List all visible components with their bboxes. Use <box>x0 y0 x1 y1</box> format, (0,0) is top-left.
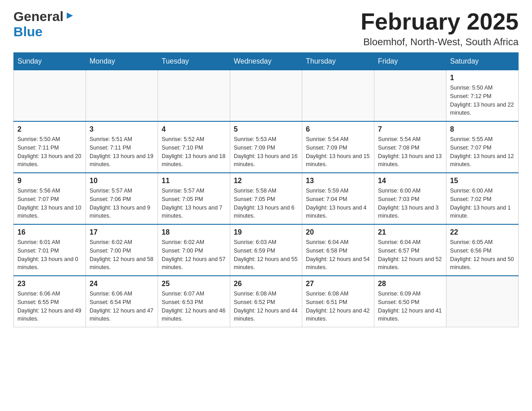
day-number: 20 <box>306 228 370 236</box>
day-number: 28 <box>378 280 442 288</box>
day-info: Sunrise: 6:04 AMSunset: 6:57 PMDaylight:… <box>378 238 442 272</box>
calendar-header-tuesday: Tuesday <box>158 53 230 70</box>
calendar-cell <box>14 70 86 122</box>
day-info: Sunrise: 6:08 AMSunset: 6:52 PMDaylight:… <box>234 290 298 323</box>
day-info: Sunrise: 5:53 AMSunset: 7:09 PMDaylight:… <box>234 135 298 169</box>
calendar-header-friday: Friday <box>374 53 446 70</box>
calendar-table: SundayMondayTuesdayWednesdayThursdayFrid… <box>13 52 519 327</box>
day-number: 26 <box>234 280 298 288</box>
day-number: 16 <box>17 228 82 236</box>
day-number: 17 <box>90 228 154 236</box>
calendar-week-row: 9Sunrise: 5:56 AMSunset: 7:07 PMDaylight… <box>14 173 519 224</box>
calendar-week-row: 16Sunrise: 6:01 AMSunset: 7:01 PMDayligh… <box>14 224 519 276</box>
day-number: 6 <box>306 125 370 133</box>
calendar-cell: 22Sunrise: 6:05 AMSunset: 6:56 PMDayligh… <box>446 224 519 276</box>
calendar-cell <box>230 70 302 122</box>
day-number: 1 <box>450 74 515 82</box>
calendar-cell: 10Sunrise: 5:57 AMSunset: 7:06 PMDayligh… <box>86 173 158 224</box>
day-number: 3 <box>90 125 154 133</box>
logo-arrow-icon <box>65 11 75 22</box>
calendar-cell: 6Sunrise: 5:54 AMSunset: 7:09 PMDaylight… <box>302 121 374 173</box>
day-info: Sunrise: 6:08 AMSunset: 6:51 PMDaylight:… <box>306 290 370 323</box>
day-info: Sunrise: 6:02 AMSunset: 7:00 PMDaylight:… <box>90 238 154 272</box>
day-info: Sunrise: 5:56 AMSunset: 7:07 PMDaylight:… <box>17 187 82 220</box>
calendar-cell <box>446 276 519 327</box>
day-info: Sunrise: 6:09 AMSunset: 6:50 PMDaylight:… <box>378 290 442 323</box>
day-info: Sunrise: 5:54 AMSunset: 7:08 PMDaylight:… <box>378 135 442 169</box>
calendar-cell: 15Sunrise: 6:00 AMSunset: 7:02 PMDayligh… <box>446 173 519 224</box>
calendar-cell: 12Sunrise: 5:58 AMSunset: 7:05 PMDayligh… <box>230 173 302 224</box>
day-info: Sunrise: 6:04 AMSunset: 6:58 PMDaylight:… <box>306 238 370 272</box>
day-number: 21 <box>378 228 442 236</box>
calendar-week-row: 2Sunrise: 5:50 AMSunset: 7:11 PMDaylight… <box>14 121 519 173</box>
day-info: Sunrise: 5:54 AMSunset: 7:09 PMDaylight:… <box>306 135 370 169</box>
calendar-cell: 3Sunrise: 5:51 AMSunset: 7:11 PMDaylight… <box>86 121 158 173</box>
day-info: Sunrise: 5:55 AMSunset: 7:07 PMDaylight:… <box>450 135 515 169</box>
day-info: Sunrise: 5:50 AMSunset: 7:11 PMDaylight:… <box>17 135 82 169</box>
calendar-cell: 9Sunrise: 5:56 AMSunset: 7:07 PMDaylight… <box>14 173 86 224</box>
calendar-cell: 21Sunrise: 6:04 AMSunset: 6:57 PMDayligh… <box>374 224 446 276</box>
day-number: 19 <box>234 228 298 236</box>
calendar-week-row: 23Sunrise: 6:06 AMSunset: 6:55 PMDayligh… <box>14 276 519 327</box>
day-info: Sunrise: 6:00 AMSunset: 7:03 PMDaylight:… <box>378 187 442 220</box>
day-number: 24 <box>90 280 154 288</box>
day-number: 18 <box>162 228 226 236</box>
day-info: Sunrise: 6:02 AMSunset: 7:00 PMDaylight:… <box>162 238 226 272</box>
calendar-cell: 4Sunrise: 5:52 AMSunset: 7:10 PMDaylight… <box>158 121 230 173</box>
calendar-cell: 14Sunrise: 6:00 AMSunset: 7:03 PMDayligh… <box>374 173 446 224</box>
calendar-cell: 23Sunrise: 6:06 AMSunset: 6:55 PMDayligh… <box>14 276 86 327</box>
calendar-cell <box>374 70 446 122</box>
day-info: Sunrise: 5:57 AMSunset: 7:05 PMDaylight:… <box>162 187 226 220</box>
day-number: 8 <box>450 125 515 133</box>
day-info: Sunrise: 6:01 AMSunset: 7:01 PMDaylight:… <box>17 238 82 272</box>
day-info: Sunrise: 5:57 AMSunset: 7:06 PMDaylight:… <box>90 187 154 220</box>
location: Bloemhof, North-West, South Africa <box>360 36 519 48</box>
calendar-header-saturday: Saturday <box>446 53 519 70</box>
calendar-cell <box>302 70 374 122</box>
calendar-cell: 18Sunrise: 6:02 AMSunset: 7:00 PMDayligh… <box>158 224 230 276</box>
day-info: Sunrise: 6:03 AMSunset: 6:59 PMDaylight:… <box>234 238 298 272</box>
calendar-cell: 19Sunrise: 6:03 AMSunset: 6:59 PMDayligh… <box>230 224 302 276</box>
day-info: Sunrise: 5:50 AMSunset: 7:12 PMDaylight:… <box>450 84 515 117</box>
calendar-cell: 2Sunrise: 5:50 AMSunset: 7:11 PMDaylight… <box>14 121 86 173</box>
day-info: Sunrise: 6:06 AMSunset: 6:55 PMDaylight:… <box>17 290 82 323</box>
day-number: 13 <box>306 177 370 185</box>
calendar-cell: 16Sunrise: 6:01 AMSunset: 7:01 PMDayligh… <box>14 224 86 276</box>
calendar-cell: 1Sunrise: 5:50 AMSunset: 7:12 PMDaylight… <box>446 70 519 122</box>
logo: General Blue <box>13 9 75 39</box>
day-number: 4 <box>162 125 226 133</box>
month-title: February 2025 <box>360 9 519 34</box>
calendar-week-row: 1Sunrise: 5:50 AMSunset: 7:12 PMDaylight… <box>14 70 519 122</box>
calendar-cell: 11Sunrise: 5:57 AMSunset: 7:05 PMDayligh… <box>158 173 230 224</box>
calendar-header-thursday: Thursday <box>302 53 374 70</box>
day-number: 5 <box>234 125 298 133</box>
logo-blue: Blue <box>13 24 43 39</box>
calendar-cell: 5Sunrise: 5:53 AMSunset: 7:09 PMDaylight… <box>230 121 302 173</box>
day-number: 10 <box>90 177 154 185</box>
calendar-cell <box>158 70 230 122</box>
day-number: 22 <box>450 228 515 236</box>
day-number: 11 <box>162 177 226 185</box>
calendar-header-monday: Monday <box>86 53 158 70</box>
day-info: Sunrise: 6:06 AMSunset: 6:54 PMDaylight:… <box>90 290 154 323</box>
day-number: 7 <box>378 125 442 133</box>
day-info: Sunrise: 5:59 AMSunset: 7:04 PMDaylight:… <box>306 187 370 220</box>
day-info: Sunrise: 5:52 AMSunset: 7:10 PMDaylight:… <box>162 135 226 169</box>
page-header: General Blue February 2025 Bloemhof, Nor… <box>13 9 519 48</box>
day-number: 2 <box>17 125 82 133</box>
calendar-cell: 24Sunrise: 6:06 AMSunset: 6:54 PMDayligh… <box>86 276 158 327</box>
calendar-header-row: SundayMondayTuesdayWednesdayThursdayFrid… <box>14 53 519 70</box>
calendar-cell: 7Sunrise: 5:54 AMSunset: 7:08 PMDaylight… <box>374 121 446 173</box>
calendar-cell: 17Sunrise: 6:02 AMSunset: 7:00 PMDayligh… <box>86 224 158 276</box>
calendar-cell: 20Sunrise: 6:04 AMSunset: 6:58 PMDayligh… <box>302 224 374 276</box>
title-area: February 2025 Bloemhof, North-West, Sout… <box>360 9 519 48</box>
day-info: Sunrise: 5:58 AMSunset: 7:05 PMDaylight:… <box>234 187 298 220</box>
day-info: Sunrise: 5:51 AMSunset: 7:11 PMDaylight:… <box>90 135 154 169</box>
day-number: 27 <box>306 280 370 288</box>
day-number: 9 <box>17 177 82 185</box>
calendar-cell: 13Sunrise: 5:59 AMSunset: 7:04 PMDayligh… <box>302 173 374 224</box>
svg-marker-0 <box>67 13 73 19</box>
calendar-cell: 8Sunrise: 5:55 AMSunset: 7:07 PMDaylight… <box>446 121 519 173</box>
calendar-cell: 25Sunrise: 6:07 AMSunset: 6:53 PMDayligh… <box>158 276 230 327</box>
calendar-cell: 27Sunrise: 6:08 AMSunset: 6:51 PMDayligh… <box>302 276 374 327</box>
